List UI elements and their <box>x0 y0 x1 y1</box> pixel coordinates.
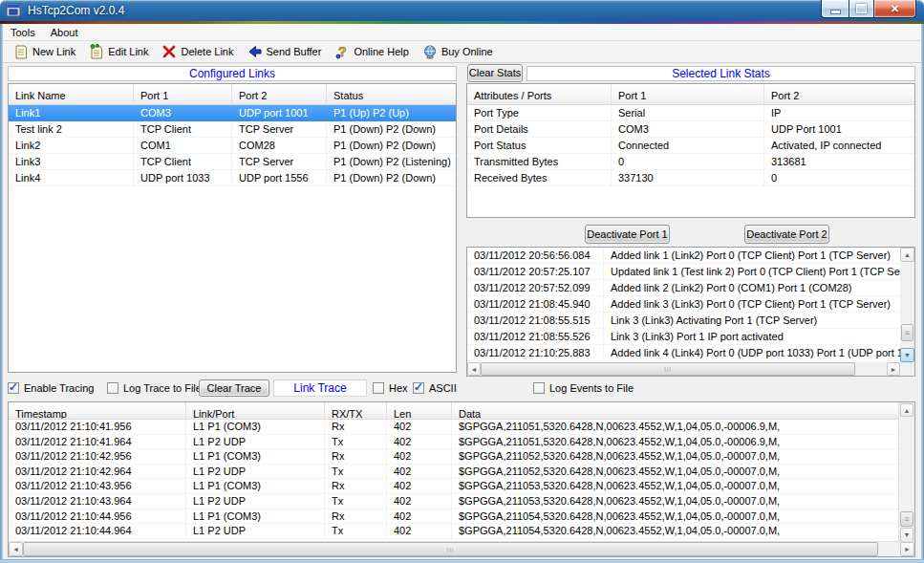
event-row-cell: Updated link 1 (Test link 2) Port 0 (TCP… <box>604 264 900 280</box>
trace-column-header-cell[interactable]: Link/Port <box>186 402 325 419</box>
trace-hscrollbar[interactable]: ◄ ► <box>9 541 914 556</box>
stats-column-header[interactable]: Attributes / PortsPort 1Port 2 <box>467 84 914 104</box>
stats-row: Port StatusConnectedActivated, IP connec… <box>467 138 914 154</box>
link-row[interactable]: Link3TCP ClientTCP ServerP1 (Down) P2 (L… <box>9 154 456 170</box>
trace-column-header-cell[interactable]: Len <box>387 402 452 419</box>
menu-tools[interactable]: Tools <box>3 26 43 39</box>
trace-row-cell: $GPGGA,211052,5320.6428,N,00623.4552,W,1… <box>452 449 899 465</box>
online-help-button[interactable]: ? Online Help <box>328 42 415 62</box>
stats-row-cell: IP <box>764 105 914 121</box>
trace-row-cell: Rx <box>325 449 387 465</box>
hex-label: Hex <box>389 382 408 394</box>
links-column-header-cell[interactable]: Port 1 <box>134 84 232 104</box>
stats-row-cell: Activated, IP connected <box>764 138 914 154</box>
trace-column-header-cell[interactable]: Timestamp <box>9 402 186 419</box>
scroll-left-icon[interactable]: ◄ <box>9 542 23 556</box>
stats-row: Transmitted Bytes0313681 <box>467 154 914 170</box>
trace-row: 03/11/2012 21:10:43.956L1 P1 (COM3)Rx402… <box>9 479 899 494</box>
close-button[interactable]: ✕ <box>874 0 916 18</box>
trace-column-header-cell[interactable]: RX/TX <box>325 402 387 419</box>
scroll-up-icon[interactable]: ▲ <box>900 403 913 417</box>
selected-link-stats-header: Selected Link Stats <box>526 66 915 81</box>
buy-online-icon <box>422 44 438 59</box>
trace-hscroll-thumb[interactable] <box>23 542 878 556</box>
stats-column-header-cell[interactable]: Port 2 <box>764 84 914 104</box>
clear-trace-button[interactable]: Clear Trace <box>199 379 269 397</box>
trace-row: 03/11/2012 21:10:42.956L1 P1 (COM3)Rx402… <box>9 449 899 465</box>
minimize-icon <box>830 10 841 14</box>
scroll-down-icon[interactable]: ▼ <box>900 348 914 362</box>
stats-row-cell: Port Status <box>467 138 612 154</box>
app-icon <box>6 3 21 18</box>
trace-row-cell: $GPGGA,211052,5320.6428,N,00623.4552,W,1… <box>452 465 899 480</box>
window-border-bottom <box>0 559 924 563</box>
event-row: 03/11/2012 21:08:45.940Added link 3 (Lin… <box>467 296 900 313</box>
links-column-header-cell[interactable]: Port 2 <box>232 84 327 104</box>
event-hscroll-thumb[interactable] <box>481 362 855 376</box>
link-row-cell: COM1 <box>134 138 232 154</box>
trace-row: 03/11/2012 21:10:42.964L1 P2 UDPTx402$GP… <box>9 465 899 480</box>
event-log-vscrollbar[interactable]: ▲ ▼ <box>900 248 914 362</box>
links-column-header[interactable]: Link NamePort 1Port 2Status <box>9 84 456 104</box>
trace-row: 03/11/2012 21:10:43.964L1 P2 UDPTx402$GP… <box>9 494 899 509</box>
link-row[interactable]: Link2COM1COM28P1 (Down) P2 (Down) <box>9 138 456 154</box>
link-row[interactable]: Link4UDP port 1033UDP port 1556P1 (Down)… <box>9 170 456 186</box>
trace-column-header-cell[interactable]: Data <box>452 402 914 419</box>
ascii-checkbox[interactable]: ASCII <box>413 381 457 395</box>
buy-online-button[interactable]: Buy Online <box>416 42 500 62</box>
stats-row-cell: Received Bytes <box>467 170 612 186</box>
hex-checkbox[interactable]: Hex <box>373 381 408 395</box>
trace-column-header[interactable]: TimestampLink/PortRX/TXLenData <box>9 402 914 419</box>
event-row-cell: Added link 3 (Link3) Port 0 (TCP Client)… <box>604 296 900 313</box>
stats-row: Port DetailsCOM3UDP Port 1001 <box>467 121 914 138</box>
links-column-header-cell[interactable]: Link Name <box>9 84 134 104</box>
event-vscroll-thumb[interactable] <box>901 324 913 341</box>
links-table-body: Link1COM3UDP port 1001P1 (Up) P2 (Up)Tes… <box>9 105 456 186</box>
enable-tracing-checkbox[interactable]: Enable Tracing <box>8 381 94 395</box>
scroll-corner <box>900 362 914 376</box>
event-row: 03/11/2012 20:56:56.084Added link 1 (Lin… <box>467 248 900 264</box>
trace-row-cell: $GPGGA,211051,5320.6428,N,00623.4552,W,1… <box>452 420 899 435</box>
link-row-cell: P1 (Up) P2 (Up) <box>327 105 456 121</box>
send-buffer-button[interactable]: Send Buffer <box>241 42 329 62</box>
link-row-cell: TCP Server <box>232 154 327 170</box>
menu-bar: Tools About <box>3 24 921 41</box>
scroll-right-icon[interactable]: ► <box>900 542 914 556</box>
maximize-button[interactable] <box>849 0 874 18</box>
log-events-label: Log Events to File <box>549 382 634 394</box>
clear-stats-button[interactable]: Clear Stats <box>467 64 523 82</box>
delete-link-button[interactable]: Delete Link <box>155 42 240 62</box>
links-column-header-cell[interactable]: Status <box>327 84 456 104</box>
scroll-up-icon[interactable]: ▲ <box>900 248 914 262</box>
event-log-hscrollbar[interactable]: ◄ ► <box>467 362 900 376</box>
trace-row: 03/11/2012 21:10:41.964L1 P2 UDPTx402$GP… <box>9 435 899 450</box>
menu-about[interactable]: About <box>43 26 86 39</box>
trace-row: 03/11/2012 21:10:44.964L1 P2 UDPTx402$GP… <box>9 524 899 539</box>
trace-row-cell: $GPGGA,211053,5320.6428,N,00623.4552,W,1… <box>452 479 899 494</box>
new-link-button[interactable]: New Link <box>7 42 82 62</box>
trace-row-cell: 402 <box>387 435 452 450</box>
log-events-checkbox[interactable]: Log Events to File <box>533 381 634 395</box>
stats-column-header-cell[interactable]: Attributes / Ports <box>467 84 612 104</box>
trace-row-cell: L1 P2 UDP <box>186 435 325 450</box>
scroll-down-icon[interactable]: ▼ <box>900 528 913 542</box>
trace-row: 03/11/2012 21:10:44.956L1 P1 (COM3)Rx402… <box>9 509 899 525</box>
scroll-left-icon[interactable]: ◄ <box>467 362 481 376</box>
link-row[interactable]: Link1COM3UDP port 1001P1 (Up) P2 (Up) <box>9 105 456 121</box>
minimize-button[interactable] <box>821 0 849 18</box>
checkbox-box-icon <box>533 382 545 394</box>
link-row[interactable]: Test link 2TCP ClientTCP ServerP1 (Down)… <box>9 121 456 138</box>
event-row: 03/11/2012 21:10:25.883Added link 4 (Lin… <box>467 345 900 361</box>
edit-link-button[interactable]: Edit Link <box>82 42 155 62</box>
send-buffer-label: Send Buffer <box>267 46 322 57</box>
link-row-cell: UDP port 1033 <box>134 170 232 186</box>
log-trace-checkbox[interactable]: Log Trace to File <box>107 381 202 395</box>
trace-row-cell: 03/11/2012 21:10:41.964 <box>9 435 186 450</box>
deactivate-port2-button[interactable]: Deactivate Port 2 <box>744 225 829 244</box>
deactivate-port1-button[interactable]: Deactivate Port 1 <box>585 225 670 244</box>
trace-vscrollbar[interactable]: ▲ ▼ <box>898 402 914 542</box>
trace-row-cell: L1 P1 (COM3) <box>186 420 325 435</box>
trace-vscroll-thumb[interactable] <box>900 511 913 527</box>
stats-column-header-cell[interactable]: Port 1 <box>612 84 764 104</box>
scroll-right-icon[interactable]: ► <box>887 362 900 376</box>
